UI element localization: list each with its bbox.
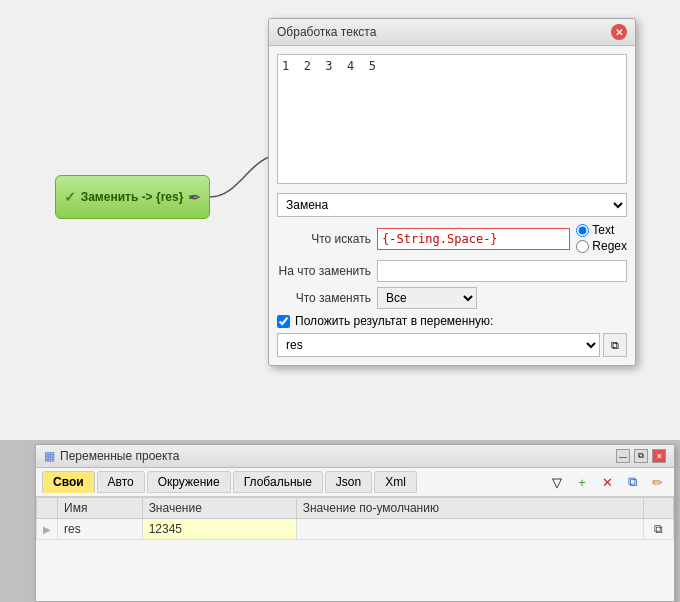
delete-icon: ✕	[602, 475, 613, 490]
dropdown-row: Замена	[277, 193, 627, 217]
add-icon: +	[578, 475, 586, 490]
restore-button[interactable]: ⧉	[634, 449, 648, 463]
radio-regex-label: Regex	[592, 239, 627, 253]
radio-group: Text Regex	[576, 223, 627, 255]
tab-okruzenie[interactable]: Окружение	[147, 471, 231, 493]
filter-button[interactable]: ▽	[546, 471, 568, 493]
bottom-panel: ▦ Переменные проекта — ⧉ ✕ Свои Авто Окр…	[35, 444, 675, 602]
edit-icon: ✏	[652, 475, 663, 490]
dialog-close-button[interactable]: ✕	[611, 24, 627, 40]
row-copy-action[interactable]: ⧉	[644, 519, 674, 540]
bottom-title-text: Переменные проекта	[60, 449, 179, 463]
tab-svoi[interactable]: Свои	[42, 471, 95, 493]
copy-variable-button[interactable]: ⧉	[603, 333, 627, 357]
node-label: Заменить -> {res}	[76, 190, 188, 204]
copy-icon: ⧉	[611, 339, 619, 352]
replace-with-row: На что заменить	[277, 260, 627, 282]
tab-xml[interactable]: Xml	[374, 471, 417, 493]
col-actions	[644, 498, 674, 519]
tab-json[interactable]: Json	[325, 471, 372, 493]
radio-regex-item[interactable]: Regex	[576, 239, 627, 253]
put-result-checkbox[interactable]	[277, 315, 290, 328]
col-default: Значение по-умолчанию	[296, 498, 643, 519]
dialog-window: Обработка текста ✕ 1 2 3 4 5 Замена Что …	[268, 18, 636, 366]
row-default	[296, 519, 643, 540]
replace-with-label: На что заменить	[277, 264, 377, 278]
filter-icon: ▽	[552, 475, 562, 490]
copy-button[interactable]: ⧉	[621, 471, 643, 493]
node-pen-icon: ✒	[188, 188, 201, 207]
edit-button[interactable]: ✏	[646, 471, 668, 493]
dialog-title: Обработка текста	[277, 25, 376, 39]
variable-row: res ⧉	[277, 333, 627, 357]
dialog-body: 1 2 3 4 5 Замена Что искать Text	[269, 46, 635, 365]
close-window-button[interactable]: ✕	[652, 449, 666, 463]
tab-globalnie[interactable]: Глобальные	[233, 471, 323, 493]
canvas-area: ✓ Заменить -> {res} ✒ Обработка текста ✕…	[0, 0, 680, 440]
delete-button[interactable]: ✕	[596, 471, 618, 493]
minimize-button[interactable]: —	[616, 449, 630, 463]
copy-btn-icon: ⧉	[628, 474, 637, 490]
add-button[interactable]: +	[571, 471, 593, 493]
dialog-textarea[interactable]: 1 2 3 4 5	[277, 54, 627, 184]
tab-avto[interactable]: Авто	[97, 471, 145, 493]
variables-table: Имя Значение Значение по-умолчанию ▶ res…	[36, 497, 674, 540]
node-block[interactable]: ✓ Заменить -> {res} ✒	[55, 175, 210, 219]
radio-regex[interactable]	[576, 240, 589, 253]
variable-dropdown[interactable]: res	[277, 333, 600, 357]
row-expand: ▶	[37, 519, 58, 540]
what-replace-row: Что заменять Все	[277, 287, 627, 309]
bottom-title-icon: ▦	[44, 449, 55, 463]
dialog-titlebar: Обработка текста ✕	[269, 19, 635, 46]
col-name: Имя	[58, 498, 143, 519]
table-wrapper: Имя Значение Значение по-умолчанию ▶ res…	[36, 497, 674, 540]
what-replace-dropdown[interactable]: Все	[377, 287, 477, 309]
replace-with-input[interactable]	[377, 260, 627, 282]
search-input[interactable]	[377, 228, 570, 250]
row-value: 12345	[142, 519, 296, 540]
node-check-icon: ✓	[64, 189, 76, 205]
checkbox-row: Положить результат в переменную:	[277, 314, 627, 328]
put-result-label: Положить результат в переменную:	[295, 314, 493, 328]
radio-text[interactable]	[576, 224, 589, 237]
col-arrow	[37, 498, 58, 519]
row-name: res	[58, 519, 143, 540]
bottom-title: ▦ Переменные проекта	[44, 449, 179, 463]
col-value: Значение	[142, 498, 296, 519]
window-controls: — ⧉ ✕	[616, 449, 666, 463]
table-header-row: Имя Значение Значение по-умолчанию	[37, 498, 674, 519]
toolbar-icons: ▽ + ✕ ⧉ ✏	[546, 471, 668, 493]
table-row[interactable]: ▶ res 12345 ⧉	[37, 519, 674, 540]
search-label: Что искать	[277, 232, 377, 246]
tabs-row: Свои Авто Окружение Глобальные Json Xml …	[36, 468, 674, 497]
radio-text-label: Text	[592, 223, 614, 237]
radio-text-item[interactable]: Text	[576, 223, 627, 237]
bottom-titlebar: ▦ Переменные проекта — ⧉ ✕	[36, 445, 674, 468]
what-replace-label: Что заменять	[277, 291, 377, 305]
search-row: Что искать Text Regex	[277, 223, 627, 255]
close-icon: ✕	[615, 27, 623, 38]
operation-dropdown[interactable]: Замена	[277, 193, 627, 217]
